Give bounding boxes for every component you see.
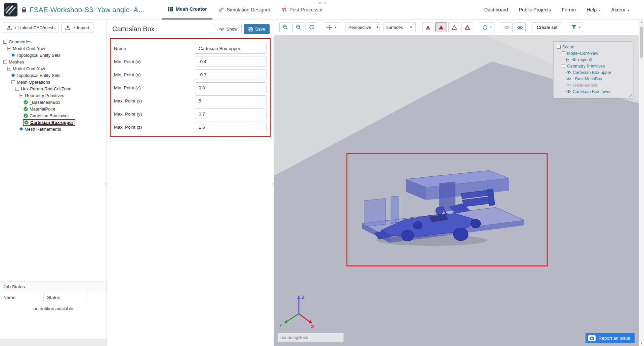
projection-select-value: Perspective <box>349 25 371 30</box>
visibility-eye-icon[interactable] <box>566 84 571 87</box>
min-point-x-input[interactable] <box>195 56 267 67</box>
scene-item-materialpoint[interactable]: MaterialPoint <box>556 82 631 88</box>
tree-item-meshes[interactable]: Meshes <box>0 58 107 65</box>
import-button[interactable]: ▾ Import <box>61 23 93 33</box>
tree-item-basemeshbox[interactable]: _BaseMeshBox <box>0 99 107 105</box>
filter-button[interactable]: ▾ <box>569 22 583 32</box>
scroll-up-icon[interactable]: ▲ <box>639 19 644 25</box>
render-mode-surface-button[interactable] <box>435 22 447 32</box>
nav-link-public-projects[interactable]: Public Projects <box>519 7 551 12</box>
scene-item-region0[interactable]: region0 <box>556 56 631 63</box>
show-button[interactable]: Show <box>215 24 242 34</box>
nav-link-akrem[interactable]: Akrem ▾ <box>611 7 629 12</box>
min-point-y-input[interactable] <box>195 69 267 80</box>
name-input[interactable] <box>195 43 267 54</box>
render-mode-wireframe-button[interactable] <box>448 22 460 32</box>
field-label: Max. Point (z) <box>114 125 142 130</box>
3d-canvas[interactable]: SceneModel-Conf-Yawregion0Geometry Primi… <box>274 35 644 346</box>
nav-link-forum[interactable]: Forum <box>562 7 576 12</box>
scene-item-geometry-primitives[interactable]: Geometry Primitives <box>556 63 631 69</box>
sidebar-footer-strip <box>0 339 107 346</box>
projection-select[interactable]: Perspective ▼ <box>346 22 379 32</box>
tree-item-mesh-refinements[interactable]: Mesh Refinements <box>0 126 107 132</box>
create-set-button[interactable]: Create set <box>532 22 562 32</box>
axis-y-label: Y <box>279 323 282 328</box>
eye-outline-icon <box>504 26 510 29</box>
visibility-eye-icon[interactable] <box>566 90 571 93</box>
import-icon <box>65 25 70 30</box>
visibility-eye-icon[interactable] <box>566 71 571 74</box>
zoom-out-button[interactable] <box>292 22 304 32</box>
sidebar-resize-handle[interactable]: ⋮ <box>105 180 107 189</box>
scroll-thumb[interactable] <box>640 27 643 58</box>
resize-handle-icon[interactable] <box>629 94 632 97</box>
scene-tree-overlay: SceneModel-Conf-Yawregion0Geometry Primi… <box>553 41 633 98</box>
tree-item-mesh-operations[interactable]: Mesh Operations <box>0 79 107 85</box>
page-scrollbar[interactable]: ▲ ▼ <box>639 19 644 346</box>
upload-cad-mesh-button[interactable]: ▾ Upload CAD/mesh <box>3 23 58 33</box>
show-all-button[interactable] <box>514 22 526 32</box>
collapse-icon[interactable] <box>3 60 7 64</box>
geometry-primitive-tool-button[interactable]: ▾ <box>480 22 495 32</box>
tree-item-geometry-primitives[interactable]: Geometry Primitives <box>0 92 107 99</box>
tree-item-cartesian-box-upper[interactable]: Cartesian Box-upper <box>0 119 107 126</box>
sidebar-buttons: ▾ Upload CAD/mesh ▾ Import <box>0 19 107 33</box>
field-label: Max. Point (x) <box>114 98 142 103</box>
tab-simulation-designer[interactable]: Simulation Designer <box>212 0 276 19</box>
collapse-icon[interactable] <box>557 45 561 49</box>
collapse-icon[interactable] <box>562 51 565 55</box>
scene-item-model-conf-yaw[interactable]: Model-Conf-Yaw <box>556 50 631 56</box>
job-status-header-row: Name Status <box>0 292 107 303</box>
max-point-x-input[interactable] <box>195 95 267 106</box>
bounding-box-name-input[interactable] <box>277 333 344 342</box>
min-point-z-input[interactable] <box>195 82 267 93</box>
show-hidden-button[interactable] <box>501 22 513 32</box>
tree-item-topological-entity-sets[interactable]: Topological Entity Sets <box>0 72 107 79</box>
tree-item-geometries[interactable]: Geometries <box>0 38 107 45</box>
tree-item-model-conf-yaw[interactable]: Model-Conf-Yaw <box>0 45 107 52</box>
expand-icon[interactable] <box>566 58 570 61</box>
collapse-icon[interactable] <box>3 40 7 44</box>
nav-link-help[interactable]: Help ▾ <box>587 7 600 12</box>
collapse-icon[interactable] <box>7 67 11 71</box>
visibility-eye-icon[interactable] <box>572 58 576 61</box>
scene-item-cartesian-box-lower[interactable]: Cartesian Box-lower <box>556 88 631 95</box>
projection-caret-icon: ▼ <box>376 26 379 29</box>
tab-post-processor[interactable]: Post-ProcessorBETA <box>276 0 328 19</box>
render-mode-mesh-button[interactable] <box>461 22 473 32</box>
collapse-icon[interactable] <box>11 80 15 84</box>
render-mode-solid-button[interactable] <box>422 22 434 32</box>
scene-item-label: Scene <box>562 45 574 49</box>
zoom-in-button[interactable] <box>279 22 291 32</box>
save-button[interactable]: Save <box>244 24 270 34</box>
fan-icon <box>282 7 287 12</box>
reset-view-button[interactable] <box>306 22 317 32</box>
project-title-group: FSAE-Workshop-S3- Yaw angle- A... <box>22 6 144 14</box>
scene-item-scene[interactable]: Scene <box>556 44 631 50</box>
move-tool-button[interactable]: ▾ <box>324 22 339 32</box>
visibility-eye-icon[interactable] <box>566 77 571 80</box>
max-point-z-input[interactable] <box>195 122 267 132</box>
tree-item-model-conf-yaw[interactable]: Model-Conf-Yaw <box>0 65 107 72</box>
tree-item-topological-entity-sets[interactable]: Topological Entity Sets <box>0 52 107 58</box>
app-logo-icon[interactable] <box>4 3 17 16</box>
collapse-icon[interactable] <box>562 64 565 68</box>
scene-item-cartesian-box-upper[interactable]: Cartesian Box-upper <box>556 69 631 76</box>
collapse-icon[interactable] <box>15 87 19 91</box>
render-entity-select[interactable]: surfaces ▼ <box>384 22 416 32</box>
collapse-icon[interactable] <box>19 94 23 97</box>
max-point-y-input[interactable] <box>195 109 267 119</box>
scroll-down-icon[interactable]: ▼ <box>639 341 644 346</box>
tree-item-hex-param-rad-cellzone[interactable]: Hex-Param-Rad-CellZone <box>0 85 107 92</box>
report-issue-button[interactable]: Report an issue <box>586 333 635 343</box>
tree-item-cartesian-box-lower[interactable]: Cartesian Box-lower <box>0 112 107 119</box>
panel-resize-handle[interactable]: ⋮ <box>272 180 274 189</box>
nav-link-dashboard[interactable]: Dashboard <box>484 7 508 12</box>
tree-item-materialpoint[interactable]: MaterialPoint <box>0 105 107 112</box>
tab-mesh-creator[interactable]: Mesh Creator <box>162 0 213 19</box>
collapse-icon[interactable] <box>7 47 11 50</box>
eye-icon <box>219 28 225 31</box>
form-row-min-point-x: Min. Point (x) <box>114 56 267 67</box>
scene-item-basemeshbox[interactable]: _BaseMeshBox <box>556 76 631 82</box>
scene-item-label: Geometry Primitives <box>567 64 605 69</box>
